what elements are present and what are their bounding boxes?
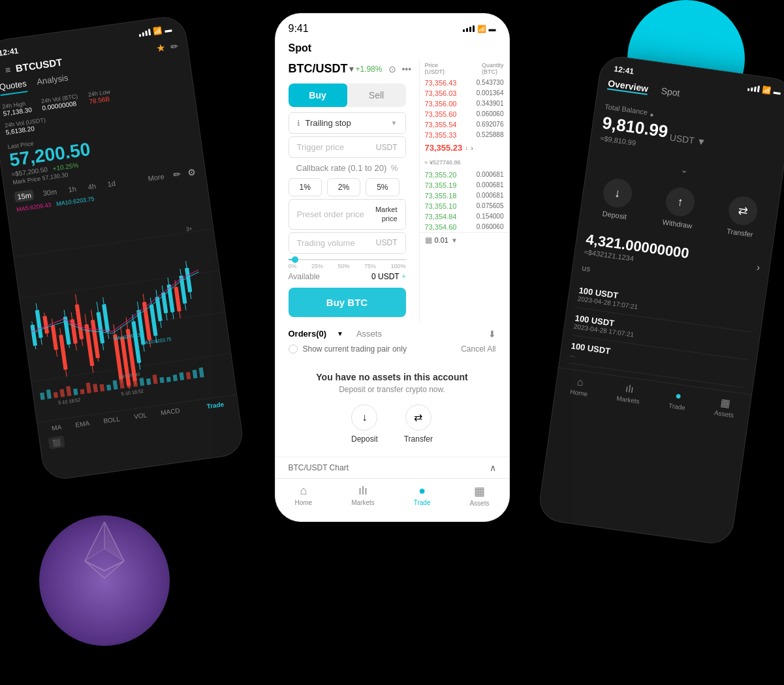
tab-overview[interactable]: Overview	[607, 78, 649, 95]
svg-text:MA10:6203.75: MA10:6203.75	[141, 336, 172, 346]
right-home-icon: ⌂	[576, 376, 584, 388]
pair-name[interactable]: BTC/USDT	[289, 62, 348, 76]
stat-24h-vol-btc: 24h Vol (BTC) 0.00000008	[40, 93, 79, 112]
transfer-action[interactable]: ⇄ Transfer	[725, 194, 759, 239]
pair-change: +1.98%	[355, 65, 382, 74]
mid-price-arrow-icon: ↓	[465, 144, 468, 151]
nav-home[interactable]: ⌂ Home	[294, 484, 312, 507]
show-pair-radio[interactable]	[289, 344, 298, 354]
svg-rect-65	[80, 389, 85, 394]
buy-tab[interactable]: Buy	[289, 84, 347, 107]
trigger-price-input[interactable]: Trigger price USDT	[289, 136, 406, 158]
tf-1h[interactable]: 1h	[65, 183, 80, 196]
star-icon[interactable]: ★	[155, 41, 166, 55]
slider-row[interactable]: 0% 25% 50% 75% 100%	[289, 259, 406, 269]
deposit-action-icon: ↓	[601, 177, 634, 209]
bg-circle-purple	[39, 515, 170, 646]
settings-pair-icon[interactable]: ⊙	[388, 64, 396, 74]
right-nav-assets[interactable]: ▦ Assets	[713, 395, 736, 419]
mid-price: 73,355.23	[425, 143, 463, 153]
back-arrow-icon[interactable]: ‹	[0, 65, 1, 76]
balance-eye-icon[interactable]: ●	[650, 110, 655, 118]
portfolio-nav-icon[interactable]: ›	[756, 262, 761, 274]
nav-markets[interactable]: ılı Markets	[351, 484, 375, 507]
assets-tab[interactable]: Assets	[356, 329, 382, 339]
empty-subtitle: Deposit or transfer crypto now.	[289, 385, 496, 394]
callback-label: Callback rate (0.1 to 20)	[296, 163, 391, 173]
ema-btn[interactable]: EMA	[75, 419, 90, 429]
note-icon[interactable]: ✏	[170, 40, 179, 52]
nav-trade[interactable]: ● Trade	[414, 484, 431, 507]
pct-2-btn[interactable]: 2%	[327, 178, 360, 196]
boll-btn[interactable]: BOLL	[103, 415, 121, 424]
deposit-transfer-row: ↓ Deposit ⇄ Transfer	[289, 404, 496, 444]
assets-label: Assets	[469, 500, 489, 507]
right-nav-home[interactable]: ⌂ Home	[570, 375, 590, 398]
left-status-icons: 📶 ▬	[138, 25, 172, 38]
svg-rect-77	[159, 377, 164, 383]
chart-footer[interactable]: BTC/USDT Chart ∧	[275, 457, 509, 478]
macd-btn[interactable]: MACD	[161, 406, 181, 416]
ob-ask-row: 73,356.00 0.343901	[420, 99, 509, 109]
deposit-label: Deposit	[351, 434, 378, 444]
tab-spot[interactable]: Spot	[661, 85, 681, 100]
callback-row: Callback rate (0.1 to 20) %	[289, 160, 406, 175]
download-icon[interactable]: ⬇	[488, 329, 496, 339]
preset-order-row[interactable]: Preset order price Marketprice	[289, 199, 406, 230]
transfer-item[interactable]: ⇄ Transfer	[404, 404, 433, 444]
right-battery-icon: ▬	[773, 87, 781, 96]
slider-track	[289, 259, 406, 260]
pct-buttons: 1% 2% 5%	[289, 178, 406, 196]
pct-1-btn[interactable]: 1%	[289, 178, 322, 196]
deposit-item[interactable]: ↓ Deposit	[351, 404, 378, 444]
center-status-icons: 📶 ▬	[463, 25, 496, 33]
screenshot-icon[interactable]: ⬛	[48, 436, 65, 449]
ob-bid-row: 73,354.84 0.154000	[420, 211, 509, 222]
order-type-row[interactable]: ℹ Trailing stop ▼	[289, 112, 406, 134]
tab-quotes[interactable]: Quotes	[0, 78, 27, 96]
pair-dropdown-icon[interactable]: ▼	[348, 65, 356, 74]
right-home-label: Home	[570, 388, 588, 398]
trading-volume-input[interactable]: Trading volume USDT	[289, 232, 406, 254]
svg-line-4	[14, 229, 213, 257]
depth-grid-icon: ▦	[425, 236, 432, 245]
right-trade-label: Trade	[668, 402, 685, 411]
more-pair-icon[interactable]: •••	[401, 64, 411, 74]
cancel-all-btn[interactable]: Cancel All	[461, 344, 495, 354]
buy-btc-button[interactable]: Buy BTC	[289, 288, 406, 317]
pct-5-btn[interactable]: 5%	[366, 178, 399, 196]
vol-btn[interactable]: VOL	[133, 412, 147, 421]
sell-tab[interactable]: Sell	[347, 84, 406, 107]
tf-30m[interactable]: 30m	[40, 186, 60, 199]
orders-tab-arrow: ▼	[337, 330, 343, 337]
trade-btn[interactable]: Trade	[206, 401, 225, 410]
trading-volume-unit: USDT	[376, 238, 398, 247]
nav-assets[interactable]: ▦ Assets	[469, 484, 489, 507]
menu-icon[interactable]: ≡	[5, 64, 11, 75]
deposit-action[interactable]: ↓ Deposit	[600, 177, 634, 221]
chart-tools-icon[interactable]: ✏	[172, 169, 181, 181]
withdraw-action[interactable]: ↑ Withdraw	[662, 186, 697, 230]
tf-15m[interactable]: 15m	[14, 189, 35, 202]
right-phone: 12:41 📶 ▬ Overview Spot Total Balance ●	[537, 54, 784, 547]
ma-btn[interactable]: MA	[52, 423, 62, 432]
depth-selector[interactable]: ▦ 0.01 ▼	[420, 232, 509, 247]
tf-4h[interactable]: 4h	[85, 181, 99, 193]
available-label: Available	[289, 272, 320, 281]
right-nav-trade[interactable]: ● Trade	[668, 389, 687, 412]
more-btn[interactable]: More	[148, 172, 165, 182]
available-info-icon[interactable]: +	[402, 273, 406, 280]
right-nav-markets[interactable]: ılı Markets	[616, 382, 642, 406]
trade-label: Trade	[414, 499, 431, 506]
ob-bid-row: 73,355.18 0.000681	[420, 190, 509, 201]
settings-icon[interactable]: ⚙	[187, 167, 196, 179]
right-wifi-icon: 📶	[761, 85, 772, 95]
tf-1d[interactable]: 1d	[104, 177, 119, 190]
orders-tab[interactable]: Orders(0)	[289, 329, 327, 339]
chart-footer-label: BTC/USDT Chart	[289, 463, 349, 472]
deposit-icon: ↓	[351, 404, 377, 431]
home-label: Home	[294, 499, 312, 506]
mid-nav-icon[interactable]: ›	[471, 144, 473, 152]
center-phone: 9:41 📶 ▬ Spot BTC/USDT ▼	[275, 13, 510, 522]
svg-marker-2	[104, 522, 124, 561]
